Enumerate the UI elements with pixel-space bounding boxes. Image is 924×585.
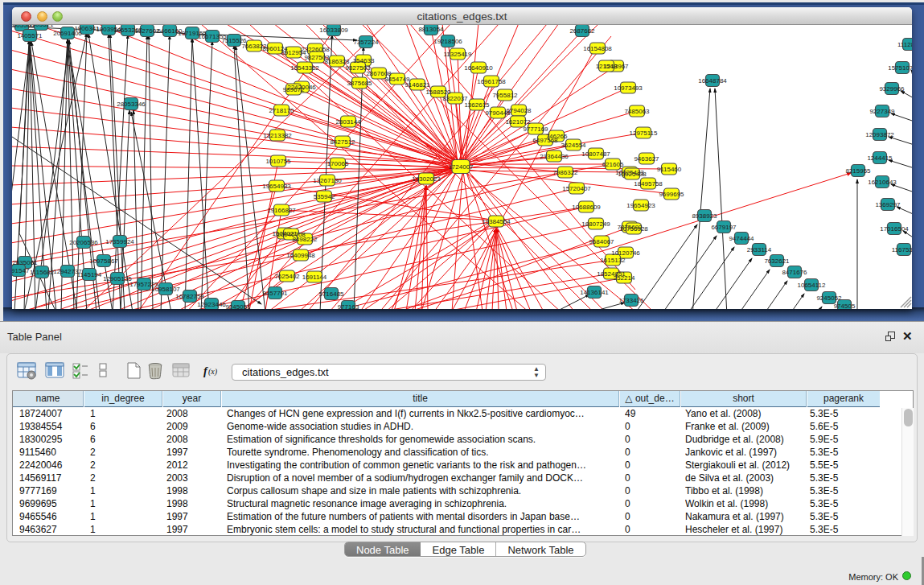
svg-text:9146821: 9146821 [405,81,430,89]
svg-text:16648784: 16648784 [698,77,727,84]
svg-text:7632621: 7632621 [764,257,790,265]
svg-text:1112843: 1112843 [897,41,912,48]
svg-text:1167531: 1167531 [892,246,912,253]
svg-text:9227349: 9227349 [869,108,895,115]
svg-text:7485063: 7485063 [624,108,650,115]
svg-text:1724007: 1724007 [448,163,474,171]
svg-text:1244415: 1244415 [867,154,893,162]
svg-text:15720407: 15720407 [562,185,591,192]
svg-text:14136141: 14136141 [580,289,609,296]
svg-text:621605: 621605 [602,161,624,168]
svg-text:13267130: 13267130 [313,177,342,184]
svg-text:19654923: 19654923 [626,202,655,209]
svg-text:977163: 977163 [338,303,359,309]
svg-text:1010755: 1010755 [265,158,291,165]
svg-text:12923446: 12923446 [197,301,226,308]
svg-text:5716485: 5716485 [318,290,344,298]
svg-text:16640910: 16640910 [464,64,493,72]
svg-text:23226058: 23226058 [301,46,330,53]
svg-text:9115460: 9115460 [657,166,682,173]
svg-text:9777169: 9777169 [523,126,548,133]
svg-text:(x): (x) [208,367,218,377]
svg-text:535942: 535942 [314,193,335,200]
svg-text:19384554: 19384554 [482,218,511,225]
svg-text:28053346: 28053346 [117,101,146,108]
svg-text:1621072: 1621072 [505,118,531,126]
svg-text:7357224: 7357224 [353,39,379,46]
svg-text:10025438: 10025438 [618,171,647,178]
svg-text:8813054: 8813054 [418,26,444,33]
svg-text:6794028: 6794028 [506,107,532,114]
svg-text:6679197: 6679197 [711,224,737,231]
svg-text:10973493: 10973493 [614,84,643,92]
svg-text:11325419: 11325419 [444,51,473,58]
svg-text:19302023: 19302023 [412,175,441,183]
svg-text:1145194: 1145194 [77,271,102,278]
svg-text:10958107: 10958107 [151,286,180,293]
svg-text:2687682: 2687682 [569,27,595,35]
svg-text:8215955: 8215955 [845,167,871,175]
svg-text:121548: 121548 [596,63,618,70]
svg-text:10654112: 10654112 [798,282,827,289]
svg-text:1369297: 1369297 [875,201,901,208]
svg-text:8427512: 8427512 [330,138,355,146]
svg-text:15751074: 15751074 [888,64,912,72]
svg-text:9329966: 9329966 [879,85,905,93]
svg-text:9684067: 9684067 [589,238,614,245]
svg-text:1362615: 1362615 [464,101,490,109]
svg-text:17016504: 17016504 [880,225,909,233]
svg-text:974505: 974505 [834,303,856,309]
svg-text:10756928: 10756928 [619,225,648,233]
svg-text:12213382: 12213382 [263,132,292,139]
svg-text:19166827: 19166827 [267,207,296,214]
svg-text:9474444: 9474444 [729,235,754,242]
svg-text:10807487: 10807487 [581,150,610,158]
svg-text:1733426: 1733426 [618,297,644,304]
svg-text:391547: 391547 [12,267,30,274]
svg-text:9245051: 9245051 [225,303,251,309]
svg-text:2718170: 2718170 [269,107,294,114]
svg-text:20206536: 20206536 [69,239,98,246]
svg-text:10120746: 10120746 [611,249,640,257]
svg-text:18807249: 18807249 [581,220,610,228]
svg-text:989672: 989672 [283,86,305,93]
svg-text:1615132: 1615132 [600,257,626,264]
svg-text:154633: 154633 [353,57,375,64]
svg-text:3624554: 3624554 [561,142,586,149]
svg-text:2635061: 2635061 [12,259,38,266]
svg-text:19218506: 19218506 [433,38,462,45]
svg-text:1527602: 1527602 [134,27,160,35]
svg-text:7625402: 7625402 [274,273,300,280]
svg-text:16409948: 16409948 [286,252,315,259]
svg-text:2803144: 2803144 [335,118,361,126]
svg-text:16210643: 16210643 [868,179,897,186]
svg-text:7986322: 7986322 [552,169,578,176]
svg-text:16782759: 16782759 [175,293,204,300]
svg-text:16154808: 16154808 [583,45,612,52]
svg-text:170065: 170065 [327,160,349,167]
svg-text:8498222: 8498222 [292,236,318,243]
svg-text:12905135: 12905135 [103,275,132,282]
svg-text:16961758: 16961758 [477,78,506,85]
svg-text:9699695: 9699695 [659,191,684,198]
svg-text:746266: 746266 [546,133,568,140]
svg-text:16033809: 16033809 [319,27,348,34]
svg-text:10688609: 10688609 [572,204,601,211]
svg-text:8471676: 8471676 [782,269,807,276]
svg-text:21364436: 21364436 [540,153,569,160]
svg-text:19654933: 19654933 [262,183,291,190]
svg-text:12975115: 12975115 [630,130,659,137]
svg-text:8938923: 8938923 [692,212,717,220]
svg-text:3875685: 3875685 [347,80,372,87]
svg-text:252214: 252214 [614,274,635,282]
svg-text:7955812: 7955812 [492,92,518,99]
svg-text:17359924: 17359924 [105,238,134,245]
svg-text:1691144: 1691144 [302,274,327,281]
svg-text:16543362: 16543362 [290,64,319,72]
svg-text:18495758: 18495758 [634,180,663,187]
svg-text:9457791: 9457791 [262,290,288,297]
svg-text:1115682: 1115682 [30,269,55,276]
svg-text:1405571: 1405571 [17,32,43,39]
svg-text:9245052: 9245052 [816,295,842,302]
svg-text:1905521: 1905521 [28,25,54,28]
